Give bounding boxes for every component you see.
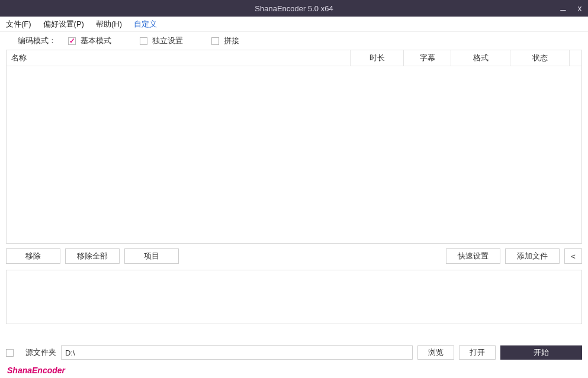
col-format[interactable]: 格式 <box>451 50 510 66</box>
checkbox-icon <box>68 37 76 45</box>
start-button[interactable]: 开始 <box>500 345 582 360</box>
close-button[interactable]: x <box>571 0 588 17</box>
remove-all-button[interactable]: 移除全部 <box>65 248 120 264</box>
encode-mode-row: 编码模式： 基本模式 独立设置 拼接 <box>0 32 588 50</box>
remove-button[interactable]: 移除 <box>6 248 60 264</box>
window-controls: _ x <box>555 0 588 17</box>
project-button[interactable]: 项目 <box>124 248 179 264</box>
menu-file[interactable]: 文件(F) <box>6 19 31 30</box>
right-button-group: 快速设置 添加文件 < <box>446 248 582 265</box>
footer: ShanaEncoder <box>0 363 588 378</box>
col-scroll-spacer <box>570 50 581 66</box>
mode-concat-label: 拼接 <box>224 35 239 46</box>
left-button-group: 移除 移除全部 项目 <box>6 248 179 265</box>
checkbox-icon <box>140 37 147 45</box>
col-name[interactable]: 名称 <box>7 50 351 66</box>
open-button[interactable]: 打开 <box>459 345 496 360</box>
col-status[interactable]: 状态 <box>510 50 570 66</box>
output-path-row: 源文件夹 浏览 打开 开始 <box>0 344 588 361</box>
col-duration[interactable]: 时长 <box>351 50 404 66</box>
mode-independent-label: 独立设置 <box>152 35 183 46</box>
menu-custom[interactable]: 自定义 <box>134 19 157 30</box>
checkbox-icon <box>211 37 219 45</box>
col-subtitle[interactable]: 字幕 <box>404 50 451 66</box>
source-folder-label: 源文件夹 <box>25 347 56 358</box>
window-title: ShanaEncoder 5.0 x64 <box>255 4 333 13</box>
table-header-row: 名称 时长 字幕 格式 状态 <box>7 50 581 66</box>
menu-help[interactable]: 帮助(H) <box>96 19 122 30</box>
minimize-button[interactable]: _ <box>555 0 571 17</box>
mode-basic-label: 基本模式 <box>81 35 111 46</box>
browse-button[interactable]: 浏览 <box>417 345 454 360</box>
source-folder-checkbox[interactable] <box>6 349 18 357</box>
checkbox-icon <box>6 349 14 357</box>
file-table[interactable]: 名称 时长 字幕 格式 状态 <box>6 50 582 244</box>
mode-independent[interactable]: 独立设置 <box>140 35 183 46</box>
mode-concat[interactable]: 拼接 <box>211 35 239 46</box>
title-bar[interactable]: ShanaEncoder 5.0 x64 _ x <box>0 0 588 17</box>
add-file-button[interactable]: 添加文件 <box>505 248 560 264</box>
mode-basic[interactable]: 基本模式 <box>68 35 111 46</box>
output-path-input[interactable] <box>61 345 413 360</box>
encode-mode-label: 编码模式： <box>18 35 56 46</box>
brand-label: ShanaEncoder <box>7 366 65 375</box>
quick-settings-button[interactable]: 快速设置 <box>446 248 500 264</box>
log-area[interactable] <box>6 270 582 324</box>
action-button-row: 移除 移除全部 项目 快速设置 添加文件 < <box>6 248 582 265</box>
collapse-button[interactable]: < <box>564 248 582 264</box>
menu-bar: 文件(F) 偏好设置(P) 帮助(H) 自定义 <box>0 17 588 32</box>
menu-preferences[interactable]: 偏好设置(P) <box>43 19 84 30</box>
